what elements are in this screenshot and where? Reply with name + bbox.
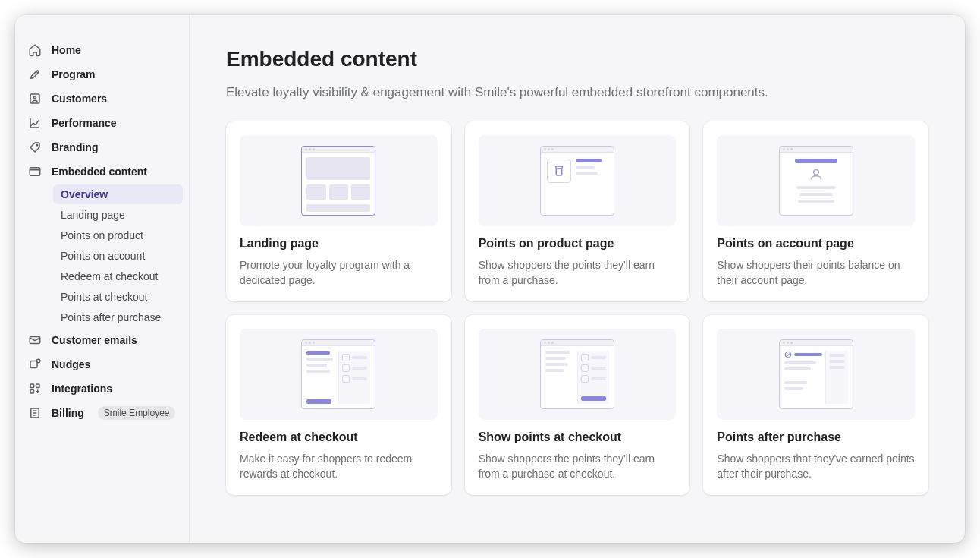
nav-label: Billing: [52, 407, 84, 419]
card-illustration: [240, 135, 438, 226]
card-desc: Show shoppers their points balance on th…: [717, 258, 915, 288]
card-show-points-at-checkout[interactable]: Show points at checkout Show shoppers th…: [465, 315, 690, 495]
nav-label: Nudges: [52, 358, 90, 370]
card-illustration: [479, 135, 677, 226]
sidebar-item-integrations[interactable]: Integrations: [21, 377, 183, 401]
nav-label: Program: [52, 68, 96, 80]
card-points-on-account[interactable]: Points on account page Show shoppers the…: [703, 121, 928, 301]
card-title: Points after purchase: [717, 430, 915, 444]
svg-rect-3: [30, 168, 40, 176]
subnav-landing-page[interactable]: Landing page: [53, 205, 183, 225]
svg-point-6: [36, 359, 40, 363]
nudge-icon: [27, 357, 42, 372]
home-icon: [27, 43, 42, 58]
subnav-points-at-checkout[interactable]: Points at checkout: [53, 287, 183, 307]
subnav-points-on-product[interactable]: Points on product: [53, 225, 183, 245]
rocket-icon: [27, 67, 42, 82]
cards-grid: Landing page Promote your loyalty progra…: [226, 121, 928, 495]
card-title: Landing page: [240, 237, 438, 251]
page-title: Embedded content: [226, 47, 928, 71]
card-desc: Show shoppers the points they'll earn fr…: [479, 452, 677, 481]
integrations-icon: [27, 381, 42, 396]
main-content: Embedded content Elevate loyalty visibil…: [190, 15, 965, 543]
nav-label: Integrations: [52, 383, 112, 395]
svg-rect-7: [30, 384, 34, 388]
nav-label: Customer emails: [52, 334, 137, 346]
card-landing-page[interactable]: Landing page Promote your loyalty progra…: [226, 121, 451, 301]
card-title: Show points at checkout: [479, 430, 677, 444]
embedded-subnav: Overview Landing page Points on product …: [53, 184, 183, 327]
nav-label: Embedded content: [52, 166, 147, 178]
card-desc: Show shoppers the points they'll earn fr…: [479, 258, 677, 288]
card-points-after-purchase[interactable]: Points after purchase Show shoppers that…: [703, 315, 928, 495]
svg-point-1: [34, 96, 36, 99]
sidebar-item-performance[interactable]: Performance: [21, 111, 183, 135]
sidebar-item-program[interactable]: Program: [21, 62, 183, 87]
tag-icon: [27, 140, 42, 155]
mail-icon: [27, 333, 42, 348]
card-illustration: [717, 329, 915, 420]
card-title: Points on product page: [479, 237, 677, 251]
subnav-overview[interactable]: Overview: [53, 184, 183, 204]
subnav-points-after-purchase[interactable]: Points after purchase: [53, 307, 183, 327]
svg-rect-8: [36, 384, 40, 388]
sidebar-item-customer-emails[interactable]: Customer emails: [21, 328, 183, 352]
svg-point-2: [36, 144, 38, 146]
card-desc: Make it easy for shoppers to redeem rewa…: [240, 452, 438, 481]
card-illustration: [240, 329, 438, 420]
billing-badge: Smile Employee: [98, 406, 176, 420]
sidebar-item-embedded-content[interactable]: Embedded content: [21, 159, 183, 184]
subnav-points-on-account[interactable]: Points on account: [53, 246, 183, 266]
nav-label: Performance: [52, 117, 117, 129]
svg-point-11: [813, 169, 818, 175]
card-redeem-at-checkout[interactable]: Redeem at checkout Make it easy for shop…: [226, 315, 451, 495]
card-title: Redeem at checkout: [240, 430, 438, 444]
svg-rect-5: [30, 361, 37, 368]
card-illustration: [717, 135, 915, 226]
card-title: Points on account page: [717, 237, 915, 251]
nav-label: Home: [52, 44, 81, 56]
sidebar-item-branding[interactable]: Branding: [21, 135, 183, 159]
svg-rect-9: [30, 390, 34, 394]
customers-icon: [27, 91, 42, 106]
chart-icon: [27, 115, 42, 131]
card-desc: Promote your loyalty program with a dedi…: [240, 258, 438, 288]
layout-icon: [27, 164, 42, 179]
card-illustration: [479, 329, 677, 420]
nav-label: Branding: [52, 141, 98, 153]
subnav-redeem-at-checkout[interactable]: Redeem at checkout: [53, 266, 183, 286]
page-subtitle: Elevate loyalty visibility & engagement …: [226, 85, 928, 100]
sidebar-item-home[interactable]: Home: [21, 38, 183, 62]
sidebar: Home Program Customers Performance: [15, 15, 190, 543]
sidebar-item-billing[interactable]: Billing Smile Employee: [21, 401, 183, 425]
sidebar-item-customers[interactable]: Customers: [21, 87, 183, 111]
nav-label: Customers: [52, 93, 107, 105]
card-points-on-product[interactable]: Points on product page Show shoppers the…: [465, 121, 690, 301]
card-desc: Show shoppers that they've earned points…: [717, 452, 915, 481]
billing-icon: [27, 405, 42, 421]
sidebar-item-nudges[interactable]: Nudges: [21, 352, 183, 377]
